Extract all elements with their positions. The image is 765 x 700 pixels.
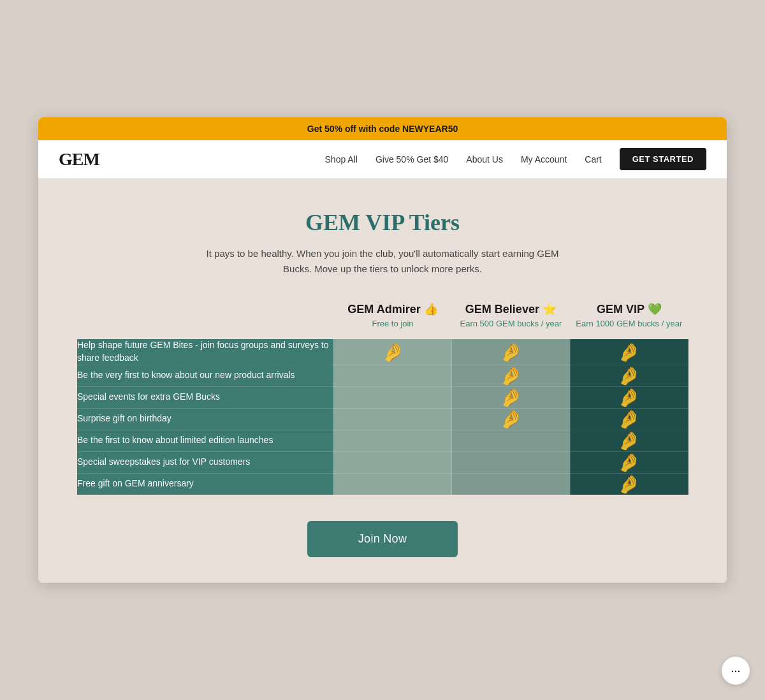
believer-cell-2: 🤌 [452,386,570,408]
table-row: Surprise gift on birthday🤌🤌 [77,408,688,430]
vip-cell-0: 🤌 [570,339,688,365]
believer-cell-1: 🤌 [452,365,570,386]
tier-vip-header: GEM VIP 💚 Earn 1000 GEM bucks / year [570,302,688,339]
nav-links: Shop All Give 50% Get $40 About Us My Ac… [325,148,706,170]
promo-bar: Get 50% off with code NEWYEAR50 [38,117,727,140]
check-icon: 🤌 [618,409,640,430]
feature-label-2: Special events for extra GEM Bucks [77,386,334,408]
page-title: GEM VIP Tiers [59,209,706,236]
nav-give[interactable]: Give 50% Get $40 [375,154,448,164]
vip-cell-1: 🤌 [570,365,688,386]
main-content: GEM VIP Tiers It pays to be healthy. Whe… [38,179,727,582]
check-icon: 🤌 [618,342,640,363]
admirer-cell-5 [333,451,451,473]
vip-cell-3: 🤌 [570,408,688,430]
admirer-tier-sub: Free to join [333,319,451,328]
nav-account[interactable]: My Account [521,154,567,164]
table-row: Special events for extra GEM Bucks🤌🤌 [77,386,688,408]
nav-cart[interactable]: Cart [585,154,601,164]
nav-shop-all[interactable]: Shop All [325,154,358,164]
check-icon: 🤌 [618,430,640,451]
navigation: GEM Shop All Give 50% Get $40 About Us M… [38,140,727,179]
believer-cell-5 [452,451,570,473]
vip-tier-name: GEM VIP 💚 [570,302,688,316]
nav-about[interactable]: About Us [466,154,503,164]
join-now-button[interactable]: Join Now [307,521,458,557]
check-icon: 🤌 [500,342,522,363]
check-icon: 🤌 [618,474,640,495]
admirer-cell-2 [333,386,451,408]
table-row: Free gift on GEM anniversary🤌 [77,473,688,495]
vip-cell-5: 🤌 [570,451,688,473]
feature-rows: Help shape future GEM Bites - join focus… [77,339,688,495]
check-icon: 🤌 [618,365,640,386]
table-row: Special sweepstakes just for VIP custome… [77,451,688,473]
admirer-cell-6 [333,473,451,495]
admirer-tier-name: GEM Admirer 👍 [333,302,451,316]
check-icon: 🤌 [618,387,640,408]
get-started-button[interactable]: GET STARTED [620,148,706,170]
feature-label-5: Special sweepstakes just for VIP custome… [77,451,334,473]
join-button-wrapper: Join Now [59,521,706,557]
believer-cell-3: 🤌 [452,408,570,430]
table-row: Be the very first to know about our new … [77,365,688,386]
believer-cell-0: 🤌 [452,339,570,365]
feature-column-header [77,302,334,339]
vip-tier-sub: Earn 1000 GEM bucks / year [570,319,688,328]
vip-tier-table: GEM Admirer 👍 Free to join GEM Believer … [76,302,688,495]
believer-tier-sub: Earn 500 GEM bucks / year [452,319,570,328]
table-row: Help shape future GEM Bites - join focus… [77,339,688,365]
feature-label-6: Free gift on GEM anniversary [77,473,334,495]
admirer-cell-0: 🤌 [333,339,451,365]
vip-cell-4: 🤌 [570,430,688,451]
tier-header-row: GEM Admirer 👍 Free to join GEM Believer … [77,302,688,339]
vip-cell-6: 🤌 [570,473,688,495]
believer-cell-4 [452,430,570,451]
feature-label-4: Be the first to know about limited editi… [77,430,334,451]
check-icon: 🤌 [618,452,640,473]
feature-label-1: Be the very first to know about our new … [77,365,334,386]
check-icon: 🤌 [500,365,522,386]
believer-cell-6 [452,473,570,495]
vip-cell-2: 🤌 [570,386,688,408]
admirer-cell-4 [333,430,451,451]
page-subtitle: It pays to be healthy. When you join the… [198,246,567,277]
check-icon: 🤌 [500,387,522,408]
browser-window: Get 50% off with code NEWYEAR50 GEM Shop… [38,117,727,582]
tier-believer-header: GEM Believer ⭐ Earn 500 GEM bucks / year [452,302,570,339]
table-row: Be the first to know about limited editi… [77,430,688,451]
feature-label-3: Surprise gift on birthday [77,408,334,430]
admirer-cell-1 [333,365,451,386]
feature-label-0: Help shape future GEM Bites - join focus… [77,339,334,365]
believer-tier-name: GEM Believer ⭐ [452,302,570,316]
promo-text: Get 50% off with code NEWYEAR50 [307,124,458,134]
tier-admirer-header: GEM Admirer 👍 Free to join [333,302,451,339]
check-icon: 🤌 [500,409,522,430]
check-icon: 🤌 [382,342,404,363]
admirer-cell-3 [333,408,451,430]
logo: GEM [59,149,99,170]
